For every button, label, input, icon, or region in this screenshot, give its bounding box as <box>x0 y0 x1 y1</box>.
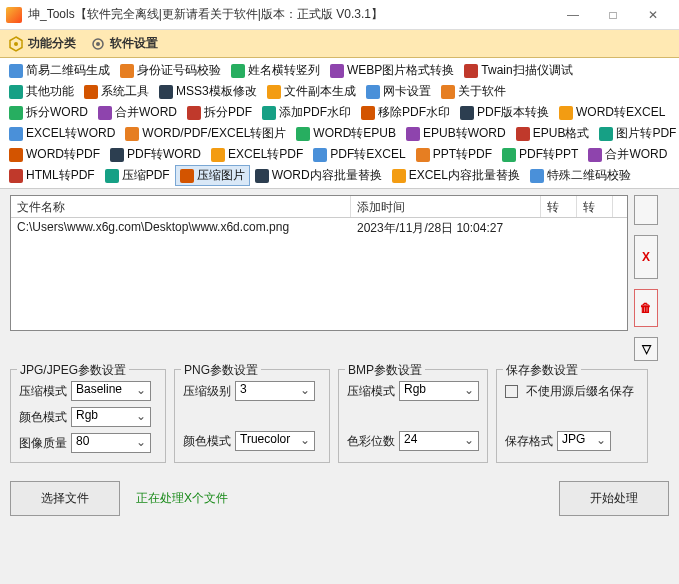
tool-图片转PDF[interactable]: 图片转PDF <box>594 123 679 144</box>
trash-button[interactable]: 🗑 <box>634 289 658 327</box>
tool-PDF版本转换[interactable]: PDF版本转换 <box>455 102 554 123</box>
tool-合并WORD[interactable]: 合并WORD <box>583 144 672 165</box>
tool-压缩图片[interactable]: 压缩图片 <box>175 165 250 186</box>
tool-PPT转PDF[interactable]: PPT转PDF <box>411 144 497 165</box>
tool-其他功能[interactable]: 其他功能 <box>4 81 79 102</box>
tool-label: PDF转PPT <box>519 146 578 163</box>
tool-label: 压缩PDF <box>122 167 170 184</box>
tool-WORD/PDF/EXCEL转图片[interactable]: WORD/PDF/EXCEL转图片 <box>120 123 291 144</box>
bmp-bits-select[interactable]: 24 <box>399 431 479 451</box>
tool-WORD转EXCEL[interactable]: WORD转EXCEL <box>554 102 670 123</box>
legend: BMP参数设置 <box>345 362 425 379</box>
tool-icon <box>267 85 281 99</box>
select-file-button[interactable]: 选择文件 <box>10 481 120 516</box>
remove-button[interactable]: X <box>634 235 658 279</box>
jpg-color-select[interactable]: Rgb <box>71 407 151 427</box>
tool-EPUB格式[interactable]: EPUB格式 <box>511 123 595 144</box>
tab-label: 软件设置 <box>110 35 158 52</box>
tool-文件副本生成[interactable]: 文件副本生成 <box>262 81 361 102</box>
tab-settings[interactable]: 软件设置 <box>90 35 158 52</box>
col-filename[interactable]: 文件名称 <box>11 196 351 217</box>
col-3[interactable]: 转 <box>541 196 577 217</box>
tool-label: 特殊二维码校验 <box>547 167 631 184</box>
tool-label: 其他功能 <box>26 83 74 100</box>
tool-移除PDF水印[interactable]: 移除PDF水印 <box>356 102 455 123</box>
tool-icon <box>255 169 269 183</box>
tool-特殊二维码校验[interactable]: 特殊二维码校验 <box>525 165 636 186</box>
col-addtime[interactable]: 添加时间 <box>351 196 541 217</box>
png-level-select[interactable]: 3 <box>235 381 315 401</box>
tool-icon <box>392 169 406 183</box>
tool-icon <box>406 127 420 141</box>
tool-身份证号码校验[interactable]: 身份证号码校验 <box>115 60 226 81</box>
maximize-button[interactable]: □ <box>593 1 633 29</box>
tool-icon <box>441 85 455 99</box>
tool-拆分PDF[interactable]: 拆分PDF <box>182 102 257 123</box>
jpg-quality-select[interactable]: 80 <box>71 433 151 453</box>
tool-网卡设置[interactable]: 网卡设置 <box>361 81 436 102</box>
legend: JPG/JPEG参数设置 <box>17 362 129 379</box>
tool-合并WORD[interactable]: 合并WORD <box>93 102 182 123</box>
tool-PDF转EXCEL[interactable]: PDF转EXCEL <box>308 144 410 165</box>
tool-label: 关于软件 <box>458 83 506 100</box>
tool-系统工具[interactable]: 系统工具 <box>79 81 154 102</box>
tool-icon <box>416 148 430 162</box>
save-format-select[interactable]: JPG <box>557 431 611 451</box>
tool-WORD转PDF[interactable]: WORD转PDF <box>4 144 105 165</box>
tool-icon <box>187 106 201 120</box>
tool-label: 合并WORD <box>605 146 667 163</box>
tool-icon <box>464 64 478 78</box>
tool-icon <box>98 106 112 120</box>
tool-PDF转PPT[interactable]: PDF转PPT <box>497 144 583 165</box>
tool-label: EXCEL转PDF <box>228 146 303 163</box>
minimize-button[interactable]: — <box>553 1 593 29</box>
tool-MSS3模板修改[interactable]: MSS3模板修改 <box>154 81 262 102</box>
tool-label: 移除PDF水印 <box>378 104 450 121</box>
tool-label: PDF转EXCEL <box>330 146 405 163</box>
tool-icon <box>262 106 276 120</box>
label: 压缩模式 <box>347 383 395 400</box>
tool-label: MSS3模板修改 <box>176 83 257 100</box>
tool-Twain扫描仪调试[interactable]: Twain扫描仪调试 <box>459 60 577 81</box>
tool-EXCEL内容批量替换[interactable]: EXCEL内容批量替换 <box>387 165 525 186</box>
tool-label: 系统工具 <box>101 83 149 100</box>
tool-WORD内容批量替换[interactable]: WORD内容批量替换 <box>250 165 387 186</box>
col-4[interactable]: 转 <box>577 196 613 217</box>
tool-HTML转PDF[interactable]: HTML转PDF <box>4 165 100 186</box>
use-source-ext-checkbox[interactable] <box>505 385 518 398</box>
table-row[interactable]: C:\Users\www.x6g.com\Desktop\www.x6d.com… <box>11 218 627 238</box>
tool-压缩PDF[interactable]: 压缩PDF <box>100 165 175 186</box>
tool-WEBP图片格式转换[interactable]: WEBP图片格式转换 <box>325 60 459 81</box>
tool-拆分WORD[interactable]: 拆分WORD <box>4 102 93 123</box>
svg-point-3 <box>96 42 100 46</box>
tool-EXCEL转PDF[interactable]: EXCEL转PDF <box>206 144 308 165</box>
tool-label: PDF版本转换 <box>477 104 549 121</box>
tab-functions[interactable]: 功能分类 <box>8 35 76 52</box>
tool-EPUB转WORD[interactable]: EPUB转WORD <box>401 123 511 144</box>
bmp-mode-select[interactable]: Rgb <box>399 381 479 401</box>
jpg-mode-select[interactable]: Baseline <box>71 381 151 401</box>
png-color-select[interactable]: Truecolor <box>235 431 315 451</box>
side-blank[interactable] <box>634 195 658 225</box>
tool-label: 拆分PDF <box>204 104 252 121</box>
tool-icon <box>9 64 23 78</box>
tool-label: 添加PDF水印 <box>279 104 351 121</box>
tool-label: PDF转WORD <box>127 146 201 163</box>
tool-PDF转WORD[interactable]: PDF转WORD <box>105 144 206 165</box>
tool-姓名横转竖列[interactable]: 姓名横转竖列 <box>226 60 325 81</box>
tool-icon <box>211 148 225 162</box>
tool-label: WORD转PDF <box>26 146 100 163</box>
tool-WORD转EPUB[interactable]: WORD转EPUB <box>291 123 401 144</box>
start-button[interactable]: 开始处理 <box>559 481 669 516</box>
tool-label: WORD/PDF/EXCEL转图片 <box>142 125 286 142</box>
close-button[interactable]: ✕ <box>633 1 673 29</box>
down-button[interactable]: ▽ <box>634 337 658 361</box>
tool-简易二维码生成[interactable]: 简易二维码生成 <box>4 60 115 81</box>
tool-添加PDF水印[interactable]: 添加PDF水印 <box>257 102 356 123</box>
tool-EXCEL转WORD[interactable]: EXCEL转WORD <box>4 123 120 144</box>
tool-icon <box>559 106 573 120</box>
cell-addtime: 2023年/11月/28日 10:04:27 <box>351 218 541 238</box>
svg-point-1 <box>14 42 18 46</box>
label: 颜色模式 <box>183 433 231 450</box>
tool-关于软件[interactable]: 关于软件 <box>436 81 511 102</box>
